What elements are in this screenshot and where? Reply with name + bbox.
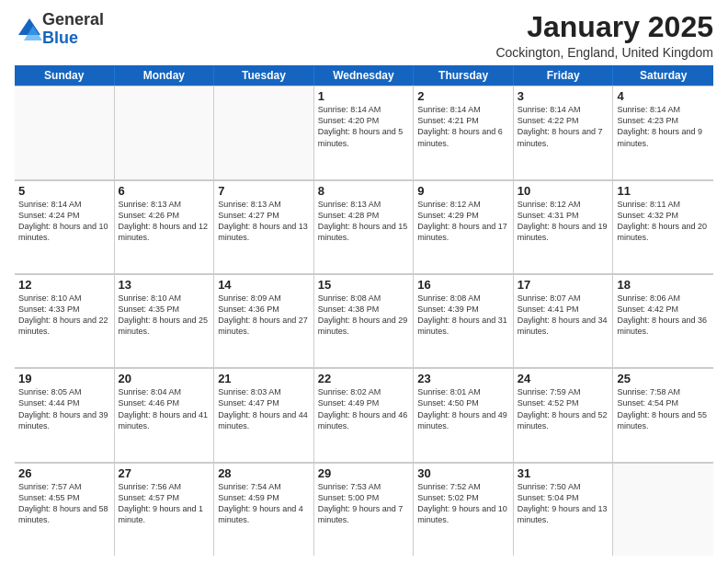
day-number: 27	[119, 466, 210, 480]
calendar-cell: 14Sunrise: 8:09 AM Sunset: 4:36 PM Dayli…	[214, 274, 314, 367]
day-number: 17	[518, 278, 609, 292]
day-info: Sunrise: 8:14 AM Sunset: 4:24 PM Dayligh…	[18, 199, 110, 244]
day-number: 7	[218, 184, 310, 198]
day-info: Sunrise: 7:59 AM Sunset: 4:52 PM Dayligh…	[518, 386, 609, 431]
header-day-friday: Friday	[514, 65, 614, 86]
calendar-header: SundayMondayTuesdayWednesdayThursdayFrid…	[15, 65, 713, 86]
calendar-cell: 17Sunrise: 8:07 AM Sunset: 4:41 PM Dayli…	[514, 274, 614, 367]
calendar-cell: 15Sunrise: 8:08 AM Sunset: 4:38 PM Dayli…	[314, 274, 415, 367]
day-info: Sunrise: 7:52 AM Sunset: 5:02 PM Dayligh…	[417, 481, 509, 526]
calendar-cell: 9Sunrise: 8:12 AM Sunset: 4:29 PM Daylig…	[414, 180, 514, 273]
calendar-cell	[115, 86, 215, 178]
calendar-cell: 10Sunrise: 8:12 AM Sunset: 4:31 PM Dayli…	[514, 180, 614, 273]
day-info: Sunrise: 7:58 AM Sunset: 4:54 PM Dayligh…	[617, 386, 710, 431]
day-info: Sunrise: 7:57 AM Sunset: 4:55 PM Dayligh…	[18, 481, 110, 526]
day-number: 1	[318, 89, 410, 103]
calendar-cell: 31Sunrise: 7:50 AM Sunset: 5:04 PM Dayli…	[514, 463, 614, 556]
header-day-thursday: Thursday	[414, 65, 514, 86]
day-number: 28	[218, 466, 310, 480]
calendar-cell: 16Sunrise: 8:08 AM Sunset: 4:39 PM Dayli…	[414, 274, 514, 367]
day-info: Sunrise: 8:02 AM Sunset: 4:49 PM Dayligh…	[318, 386, 410, 431]
logo-blue: Blue	[42, 29, 78, 47]
calendar-cell: 6Sunrise: 8:13 AM Sunset: 4:26 PM Daylig…	[115, 180, 215, 273]
day-info: Sunrise: 8:14 AM Sunset: 4:23 PM Dayligh…	[617, 104, 710, 149]
calendar-cell: 8Sunrise: 8:13 AM Sunset: 4:28 PM Daylig…	[314, 180, 415, 273]
day-info: Sunrise: 8:06 AM Sunset: 4:42 PM Dayligh…	[617, 293, 710, 338]
logo-general: General	[42, 10, 104, 29]
day-info: Sunrise: 8:08 AM Sunset: 4:39 PM Dayligh…	[417, 293, 509, 338]
header-day-saturday: Saturday	[613, 65, 713, 86]
calendar-cell: 23Sunrise: 8:01 AM Sunset: 4:50 PM Dayli…	[414, 368, 514, 461]
day-info: Sunrise: 8:14 AM Sunset: 4:20 PM Dayligh…	[318, 104, 410, 149]
day-info: Sunrise: 7:50 AM Sunset: 5:04 PM Dayligh…	[518, 481, 609, 526]
day-number: 5	[18, 184, 110, 198]
calendar-week-3: 12Sunrise: 8:10 AM Sunset: 4:33 PM Dayli…	[15, 274, 713, 368]
day-info: Sunrise: 7:56 AM Sunset: 4:57 PM Dayligh…	[119, 481, 210, 526]
day-number: 14	[218, 278, 310, 292]
month-title: January 2025	[495, 11, 713, 43]
day-info: Sunrise: 8:12 AM Sunset: 4:29 PM Dayligh…	[417, 199, 509, 244]
day-number: 3	[518, 89, 609, 103]
calendar-cell	[15, 86, 115, 178]
day-info: Sunrise: 8:08 AM Sunset: 4:38 PM Dayligh…	[318, 293, 410, 338]
day-number: 9	[417, 184, 509, 198]
title-block: January 2025 Cockington, England, United…	[495, 11, 713, 60]
calendar-cell: 13Sunrise: 8:10 AM Sunset: 4:35 PM Dayli…	[115, 274, 215, 367]
calendar-cell: 3Sunrise: 8:14 AM Sunset: 4:22 PM Daylig…	[514, 86, 614, 178]
calendar-cell	[613, 463, 713, 556]
day-number: 30	[417, 466, 509, 480]
day-info: Sunrise: 8:09 AM Sunset: 4:36 PM Dayligh…	[218, 293, 310, 338]
day-number: 25	[617, 372, 710, 385]
calendar-cell: 20Sunrise: 8:04 AM Sunset: 4:46 PM Dayli…	[115, 368, 215, 461]
calendar-cell: 1Sunrise: 8:14 AM Sunset: 4:20 PM Daylig…	[314, 86, 415, 178]
calendar-week-1: 1Sunrise: 8:14 AM Sunset: 4:20 PM Daylig…	[15, 86, 713, 179]
calendar-cell: 7Sunrise: 8:13 AM Sunset: 4:27 PM Daylig…	[214, 180, 314, 273]
day-info: Sunrise: 8:01 AM Sunset: 4:50 PM Dayligh…	[417, 386, 509, 431]
logo-icon	[17, 17, 42, 42]
logo: General Blue	[15, 11, 104, 48]
location: Cockington, England, United Kingdom	[495, 45, 713, 60]
header-day-tuesday: Tuesday	[214, 65, 314, 86]
calendar-cell: 30Sunrise: 7:52 AM Sunset: 5:02 PM Dayli…	[414, 463, 514, 556]
header: General Blue January 2025 Cockington, En…	[15, 11, 713, 60]
logo-text: General Blue	[42, 11, 104, 48]
calendar-cell: 11Sunrise: 8:11 AM Sunset: 4:32 PM Dayli…	[613, 180, 713, 273]
day-number: 12	[18, 278, 110, 292]
day-info: Sunrise: 8:04 AM Sunset: 4:46 PM Dayligh…	[119, 386, 210, 431]
calendar-week-2: 5Sunrise: 8:14 AM Sunset: 4:24 PM Daylig…	[15, 180, 713, 274]
day-number: 24	[518, 372, 609, 385]
day-info: Sunrise: 8:13 AM Sunset: 4:28 PM Dayligh…	[318, 199, 410, 244]
day-number: 16	[417, 278, 509, 292]
day-number: 29	[318, 466, 410, 480]
calendar-cell: 4Sunrise: 8:14 AM Sunset: 4:23 PM Daylig…	[613, 86, 713, 178]
calendar: SundayMondayTuesdayWednesdayThursdayFrid…	[15, 65, 713, 556]
calendar-cell: 26Sunrise: 7:57 AM Sunset: 4:55 PM Dayli…	[15, 463, 115, 556]
day-info: Sunrise: 8:13 AM Sunset: 4:26 PM Dayligh…	[119, 199, 210, 244]
calendar-cell: 25Sunrise: 7:58 AM Sunset: 4:54 PM Dayli…	[613, 368, 713, 461]
day-info: Sunrise: 8:14 AM Sunset: 4:21 PM Dayligh…	[417, 104, 509, 149]
day-info: Sunrise: 8:10 AM Sunset: 4:35 PM Dayligh…	[119, 293, 210, 338]
day-number: 4	[617, 89, 710, 103]
header-day-monday: Monday	[115, 65, 215, 86]
day-info: Sunrise: 8:03 AM Sunset: 4:47 PM Dayligh…	[218, 386, 310, 431]
day-info: Sunrise: 8:10 AM Sunset: 4:33 PM Dayligh…	[18, 293, 110, 338]
calendar-week-4: 19Sunrise: 8:05 AM Sunset: 4:44 PM Dayli…	[15, 368, 713, 462]
day-number: 22	[318, 372, 410, 385]
day-info: Sunrise: 7:53 AM Sunset: 5:00 PM Dayligh…	[318, 481, 410, 526]
calendar-cell: 24Sunrise: 7:59 AM Sunset: 4:52 PM Dayli…	[514, 368, 614, 461]
day-info: Sunrise: 7:54 AM Sunset: 4:59 PM Dayligh…	[218, 481, 310, 526]
day-number: 2	[417, 89, 509, 103]
day-number: 21	[218, 372, 310, 385]
calendar-cell: 18Sunrise: 8:06 AM Sunset: 4:42 PM Dayli…	[613, 274, 713, 367]
day-info: Sunrise: 8:12 AM Sunset: 4:31 PM Dayligh…	[518, 199, 609, 244]
day-number: 18	[617, 278, 710, 292]
day-number: 23	[417, 372, 509, 385]
day-number: 6	[119, 184, 210, 198]
day-info: Sunrise: 8:05 AM Sunset: 4:44 PM Dayligh…	[18, 386, 110, 431]
day-number: 19	[18, 372, 110, 385]
calendar-cell: 12Sunrise: 8:10 AM Sunset: 4:33 PM Dayli…	[15, 274, 115, 367]
header-day-wednesday: Wednesday	[314, 65, 415, 86]
calendar-cell: 27Sunrise: 7:56 AM Sunset: 4:57 PM Dayli…	[115, 463, 215, 556]
calendar-cell: 28Sunrise: 7:54 AM Sunset: 4:59 PM Dayli…	[214, 463, 314, 556]
day-number: 10	[518, 184, 609, 198]
